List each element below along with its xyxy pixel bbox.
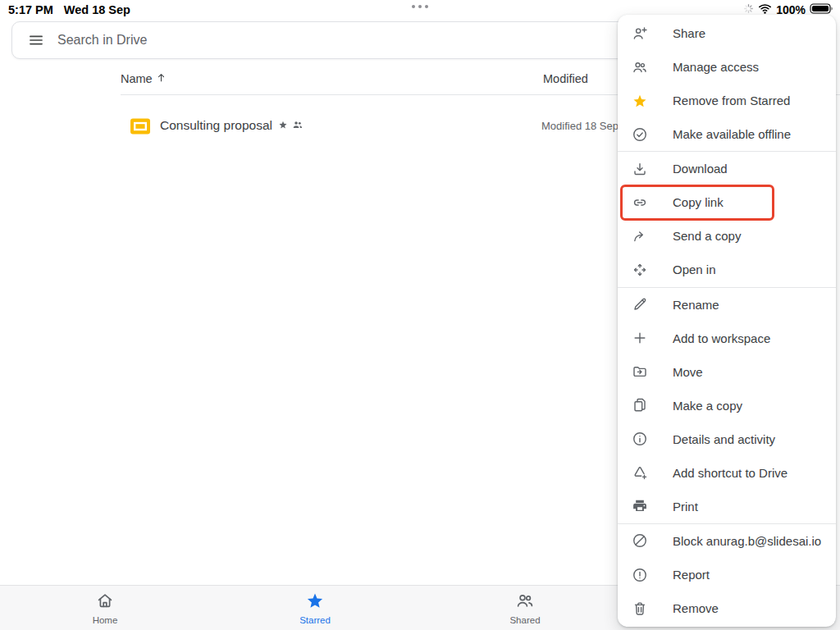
file-context-menu: Share Manage access Remove from Starred … (618, 15, 836, 627)
star-icon (632, 93, 648, 109)
people-icon (515, 591, 535, 614)
forward-arrow-icon (632, 228, 648, 244)
tab-home[interactable]: Home (56, 591, 154, 625)
menu-item-add-shortcut-to-drive[interactable]: Add shortcut to Drive (618, 456, 836, 490)
pencil-icon (632, 296, 648, 313)
people-icon (632, 59, 648, 75)
offline-check-icon (632, 126, 648, 143)
menu-item-remove[interactable]: Remove (618, 591, 836, 625)
menu-hamburger-icon[interactable] (28, 32, 44, 48)
trash-icon (632, 600, 648, 617)
block-icon (632, 532, 648, 549)
google-drive-ipad-app: 5:17 PM Wed 18 Sep 100% (0, 0, 840, 630)
menu-item-report[interactable]: Report (618, 558, 836, 591)
file-name: Consulting proposal (160, 118, 272, 133)
multitasking-indicator-icon[interactable] (412, 5, 428, 8)
home-icon (95, 591, 115, 614)
menu-item-send-a-copy[interactable]: Send a copy (618, 219, 836, 253)
menu-item-add-to-workspace[interactable]: Add to workspace (618, 322, 836, 355)
file-modified: Modified 18 Sep (541, 120, 619, 132)
open-with-icon (632, 262, 648, 278)
printer-icon (632, 498, 648, 514)
menu-item-make-available-offline[interactable]: Make available offline (618, 117, 836, 151)
info-icon (632, 431, 648, 447)
column-name[interactable]: Name (121, 72, 167, 85)
shared-badge-icon (292, 118, 304, 133)
starred-badge-icon (278, 118, 288, 133)
download-icon (632, 161, 648, 177)
tab-shared[interactable]: Shared (476, 591, 574, 625)
plus-icon (632, 330, 648, 346)
menu-item-make-a-copy[interactable]: Make a copy (618, 389, 836, 422)
menu-item-open-in[interactable]: Open in (618, 253, 836, 286)
star-icon (305, 591, 325, 614)
menu-item-move[interactable]: Move (618, 355, 836, 389)
person-add-icon (632, 25, 648, 42)
menu-item-share[interactable]: Share (618, 16, 836, 50)
menu-item-manage-access[interactable]: Manage access (618, 50, 836, 84)
menu-item-download[interactable]: Download (618, 152, 836, 185)
google-slides-icon (130, 117, 151, 139)
date: Wed 18 Sep (64, 3, 130, 16)
link-icon (632, 194, 648, 211)
sort-ascending-icon (156, 72, 167, 85)
menu-item-remove-from-starred[interactable]: Remove from Starred (618, 84, 836, 117)
menu-item-details-and-activity[interactable]: Details and activity (618, 422, 836, 456)
report-icon (632, 567, 648, 583)
folder-move-icon (632, 363, 648, 380)
menu-item-rename[interactable]: Rename (618, 288, 836, 322)
copy-icon (632, 397, 648, 413)
menu-item-block-user[interactable]: Block anurag.b@slidesai.io (618, 524, 836, 558)
column-modified[interactable]: Modified (543, 72, 588, 85)
menu-item-print[interactable]: Print (618, 490, 836, 523)
tab-starred[interactable]: Starred (266, 591, 364, 625)
drive-shortcut-icon (632, 464, 648, 481)
menu-item-copy-link[interactable]: Copy link (618, 185, 836, 219)
clock: 5:17 PM (8, 3, 53, 16)
